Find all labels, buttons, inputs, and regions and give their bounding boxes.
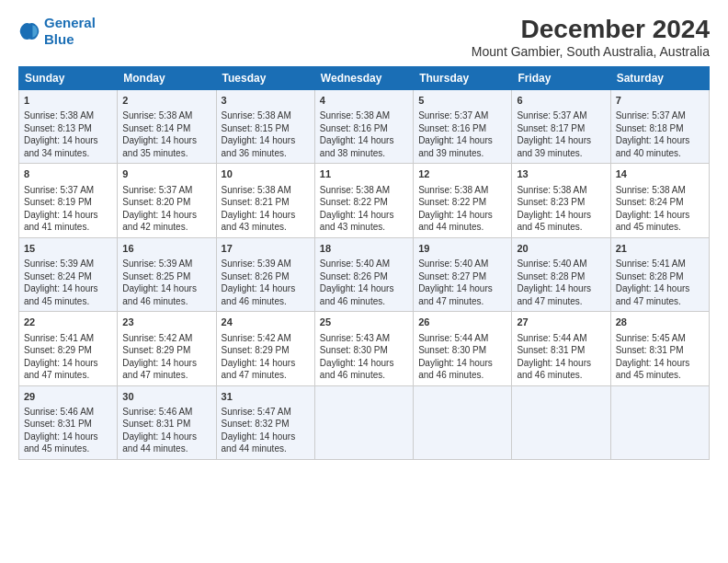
- day-info: Sunrise: 5:40 AM Sunset: 8:26 PM Dayligh…: [320, 258, 408, 307]
- day-info: Sunrise: 5:37 AM Sunset: 8:16 PM Dayligh…: [418, 109, 506, 159]
- calendar-cell-w3-d4: 18Sunrise: 5:40 AM Sunset: 8:26 PM Dayli…: [314, 237, 413, 311]
- day-number: 19: [418, 242, 506, 256]
- calendar-cell-w5-d3: 31Sunrise: 5:47 AM Sunset: 8:32 PM Dayli…: [216, 385, 314, 459]
- header-wednesday: Wednesday: [314, 67, 413, 90]
- week-row-4: 22Sunrise: 5:41 AM Sunset: 8:29 PM Dayli…: [19, 312, 710, 385]
- day-number: 30: [122, 390, 210, 404]
- calendar-cell-w2-d6: 13Sunrise: 5:38 AM Sunset: 8:23 PM Dayli…: [512, 164, 610, 237]
- day-info: Sunrise: 5:38 AM Sunset: 8:22 PM Dayligh…: [418, 184, 506, 234]
- calendar-cell-w1-d1: 1Sunrise: 5:38 AM Sunset: 8:13 PM Daylig…: [19, 90, 118, 164]
- calendar-cell-w2-d2: 9Sunrise: 5:37 AM Sunset: 8:20 PM Daylig…: [118, 164, 216, 237]
- day-info: Sunrise: 5:40 AM Sunset: 8:28 PM Dayligh…: [517, 258, 605, 307]
- day-number: 28: [616, 316, 704, 329]
- day-info: Sunrise: 5:47 AM Sunset: 8:32 PM Dayligh…: [222, 406, 310, 455]
- day-info: Sunrise: 5:41 AM Sunset: 8:28 PM Dayligh…: [616, 258, 704, 307]
- header-saturday: Saturday: [610, 67, 709, 90]
- logo-icon: [18, 20, 40, 42]
- calendar-table: Sunday Monday Tuesday Wednesday Thursday…: [18, 66, 710, 460]
- day-info: Sunrise: 5:41 AM Sunset: 8:29 PM Dayligh…: [24, 332, 112, 382]
- header-row: Sunday Monday Tuesday Wednesday Thursday…: [19, 67, 710, 90]
- week-row-5: 29Sunrise: 5:46 AM Sunset: 8:31 PM Dayli…: [19, 385, 710, 459]
- header-sunday: Sunday: [19, 67, 118, 90]
- day-number: 1: [24, 94, 112, 108]
- day-number: 4: [320, 94, 408, 108]
- calendar-cell-w2-d1: 8Sunrise: 5:37 AM Sunset: 8:19 PM Daylig…: [19, 164, 118, 237]
- day-number: 2: [122, 94, 210, 108]
- day-info: Sunrise: 5:38 AM Sunset: 8:23 PM Dayligh…: [517, 184, 605, 234]
- day-info: Sunrise: 5:44 AM Sunset: 8:30 PM Dayligh…: [418, 332, 506, 382]
- logo-line2: Blue: [44, 31, 74, 47]
- calendar-cell-w4-d3: 24Sunrise: 5:42 AM Sunset: 8:29 PM Dayli…: [216, 312, 314, 385]
- calendar-cell-w3-d2: 16Sunrise: 5:39 AM Sunset: 8:25 PM Dayli…: [118, 237, 216, 311]
- day-number: 12: [418, 167, 506, 181]
- day-number: 23: [122, 316, 210, 329]
- calendar-cell-w4-d4: 25Sunrise: 5:43 AM Sunset: 8:30 PM Dayli…: [314, 312, 413, 385]
- title-section: December 2024 Mount Gambier, South Austr…: [472, 15, 710, 59]
- calendar-cell-w3-d6: 20Sunrise: 5:40 AM Sunset: 8:28 PM Dayli…: [512, 237, 610, 311]
- calendar-cell-w4-d2: 23Sunrise: 5:42 AM Sunset: 8:29 PM Dayli…: [118, 312, 216, 385]
- day-info: Sunrise: 5:40 AM Sunset: 8:27 PM Dayligh…: [418, 258, 506, 307]
- calendar-header: Sunday Monday Tuesday Wednesday Thursday…: [19, 67, 710, 90]
- day-info: Sunrise: 5:38 AM Sunset: 8:16 PM Dayligh…: [320, 109, 408, 159]
- day-number: 25: [320, 316, 408, 329]
- day-info: Sunrise: 5:45 AM Sunset: 8:31 PM Dayligh…: [616, 332, 704, 382]
- day-number: 13: [517, 167, 605, 181]
- day-number: 26: [418, 316, 506, 329]
- day-number: 8: [24, 167, 112, 181]
- calendar-cell-w3-d3: 17Sunrise: 5:39 AM Sunset: 8:26 PM Dayli…: [216, 237, 314, 311]
- logo: General Blue: [18, 15, 96, 48]
- calendar-cell-w2-d3: 10Sunrise: 5:38 AM Sunset: 8:21 PM Dayli…: [216, 164, 314, 237]
- day-number: 15: [24, 242, 112, 256]
- day-info: Sunrise: 5:38 AM Sunset: 8:14 PM Dayligh…: [122, 109, 210, 159]
- week-row-3: 15Sunrise: 5:39 AM Sunset: 8:24 PM Dayli…: [19, 237, 710, 311]
- day-info: Sunrise: 5:39 AM Sunset: 8:24 PM Dayligh…: [24, 258, 112, 307]
- calendar-cell-w1-d2: 2Sunrise: 5:38 AM Sunset: 8:14 PM Daylig…: [118, 90, 216, 164]
- day-info: Sunrise: 5:46 AM Sunset: 8:31 PM Dayligh…: [122, 406, 210, 455]
- day-info: Sunrise: 5:39 AM Sunset: 8:26 PM Dayligh…: [222, 258, 310, 307]
- page: General Blue December 2024 Mount Gambier…: [0, 0, 728, 563]
- calendar-cell-w1-d6: 6Sunrise: 5:37 AM Sunset: 8:17 PM Daylig…: [512, 90, 610, 164]
- day-info: Sunrise: 5:38 AM Sunset: 8:15 PM Dayligh…: [222, 109, 310, 159]
- header-tuesday: Tuesday: [216, 67, 314, 90]
- calendar-cell-w5-d4: [314, 385, 413, 459]
- header-monday: Monday: [118, 67, 216, 90]
- day-info: Sunrise: 5:43 AM Sunset: 8:30 PM Dayligh…: [320, 332, 408, 382]
- day-number: 6: [517, 94, 605, 108]
- week-row-2: 8Sunrise: 5:37 AM Sunset: 8:19 PM Daylig…: [19, 164, 710, 237]
- day-info: Sunrise: 5:42 AM Sunset: 8:29 PM Dayligh…: [222, 332, 310, 382]
- day-number: 14: [616, 167, 704, 181]
- calendar-cell-w4-d7: 28Sunrise: 5:45 AM Sunset: 8:31 PM Dayli…: [610, 312, 709, 385]
- day-number: 31: [222, 390, 310, 404]
- calendar-cell-w5-d6: [512, 385, 610, 459]
- day-info: Sunrise: 5:37 AM Sunset: 8:18 PM Dayligh…: [616, 109, 704, 159]
- calendar-cell-w1-d3: 3Sunrise: 5:38 AM Sunset: 8:15 PM Daylig…: [216, 90, 314, 164]
- calendar-body: 1Sunrise: 5:38 AM Sunset: 8:13 PM Daylig…: [19, 90, 710, 460]
- day-number: 17: [222, 242, 310, 256]
- day-number: 18: [320, 242, 408, 256]
- calendar-cell-w4-d5: 26Sunrise: 5:44 AM Sunset: 8:30 PM Dayli…: [414, 312, 512, 385]
- day-info: Sunrise: 5:38 AM Sunset: 8:13 PM Dayligh…: [24, 109, 112, 159]
- calendar-cell-w2-d5: 12Sunrise: 5:38 AM Sunset: 8:22 PM Dayli…: [414, 164, 512, 237]
- day-number: 22: [24, 316, 112, 329]
- header: General Blue December 2024 Mount Gambier…: [18, 15, 710, 59]
- header-thursday: Thursday: [414, 67, 512, 90]
- day-number: 21: [616, 242, 704, 256]
- logo-line1: General: [44, 15, 96, 30]
- main-title: December 2024: [472, 15, 710, 44]
- header-friday: Friday: [512, 67, 610, 90]
- week-row-1: 1Sunrise: 5:38 AM Sunset: 8:13 PM Daylig…: [19, 90, 710, 164]
- day-number: 5: [418, 94, 506, 108]
- day-number: 16: [122, 242, 210, 256]
- day-info: Sunrise: 5:46 AM Sunset: 8:31 PM Dayligh…: [24, 406, 112, 455]
- day-number: 9: [122, 167, 210, 181]
- calendar-cell-w4-d6: 27Sunrise: 5:44 AM Sunset: 8:31 PM Dayli…: [512, 312, 610, 385]
- calendar-cell-w5-d1: 29Sunrise: 5:46 AM Sunset: 8:31 PM Dayli…: [19, 385, 118, 459]
- day-number: 29: [24, 390, 112, 404]
- calendar-cell-w1-d4: 4Sunrise: 5:38 AM Sunset: 8:16 PM Daylig…: [314, 90, 413, 164]
- calendar-cell-w2-d7: 14Sunrise: 5:38 AM Sunset: 8:24 PM Dayli…: [610, 164, 709, 237]
- logo-text: General Blue: [44, 15, 96, 48]
- calendar-cell-w3-d1: 15Sunrise: 5:39 AM Sunset: 8:24 PM Dayli…: [19, 237, 118, 311]
- calendar-cell-w5-d5: [414, 385, 512, 459]
- day-number: 20: [517, 242, 605, 256]
- calendar-cell-w1-d5: 5Sunrise: 5:37 AM Sunset: 8:16 PM Daylig…: [414, 90, 512, 164]
